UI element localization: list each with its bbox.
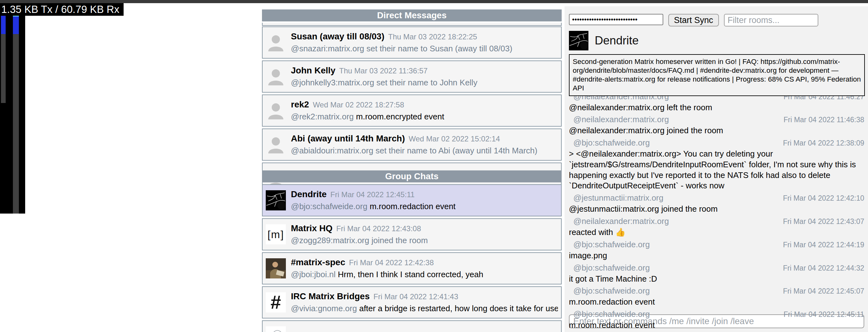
message-body: image.png <box>569 250 864 261</box>
room-last-sender: @jboi:jboi.nl <box>291 270 336 279</box>
message-body: m.room.redaction event <box>569 320 864 331</box>
message: @bjo:schafweide.orgFri Mar 04 2022 12:38… <box>569 138 864 191</box>
message: @bjo:schafweide.orgFri Mar 04 2022 12:45… <box>569 286 864 307</box>
gopher-avatar-icon <box>266 326 286 332</box>
room-timestamp: Fri Mar 04 2022 12:43:08 <box>336 224 421 233</box>
photo-avatar-icon <box>266 258 286 278</box>
chat-panel: Start Sync Dendrite Second-generation Ma… <box>564 6 868 332</box>
traffic-bar-blue <box>1 15 6 34</box>
message-sender: @bjo:schafweide.org <box>573 309 650 319</box>
room-header: Dendrite <box>569 31 865 50</box>
person-avatar-icon <box>266 101 286 121</box>
room-last-sender: @rek2:matrix.org <box>291 112 354 121</box>
room-timestamp: Wed Mar 02 2022 18:27:58 <box>313 101 404 109</box>
sync-toolbar: Start Sync <box>569 14 865 26</box>
hash-glyph: # <box>271 292 281 312</box>
message-timestamp: Fri Mar 04 2022 12:38:09 <box>783 139 864 147</box>
dendrite-avatar-icon <box>266 190 286 211</box>
room-item-text: rek2Wed Mar 02 2022 18:27:58 @rek2:matri… <box>291 100 558 121</box>
message-body: reacted with 👍 <box>569 227 864 238</box>
message-timestamp: Fri Mar 04 2022 11:46:38 <box>783 116 864 124</box>
hash-avatar-icon: # <box>266 292 286 312</box>
room-item-go[interactable]: GoFri Mar 04 2022 12:34:25 <box>262 320 562 332</box>
message-sender: @bjo:schafweide.org <box>573 240 650 249</box>
room-item-abi[interactable]: Abi (away until 14th March)Wed Mar 02 20… <box>262 129 562 161</box>
room-last-message: m.room.encrypted event <box>356 112 444 121</box>
message: @bjo:schafweide.orgFri Mar 04 2022 12:44… <box>569 263 864 284</box>
room-timestamp: Thu Mar 03 2022 11:36:57 <box>339 66 428 75</box>
person-avatar-icon <box>266 66 286 87</box>
room-item-text: GoFri Mar 04 2022 12:34:25 <box>291 330 558 332</box>
access-token-input[interactable] <box>569 14 663 25</box>
room-last-sender: @johnkelly3:matrix.org <box>291 78 374 87</box>
room-item-text: Abi (away until 14th March)Wed Mar 02 20… <box>291 134 558 156</box>
room-last-sender: @vivia:gnome.org <box>291 304 357 313</box>
room-timestamp: Fri Mar 04 2022 12:42:38 <box>349 258 434 267</box>
room-timestamp: Wed Mar 02 2022 15:02:14 <box>409 135 500 143</box>
room-name: IRC Matrix Bridges <box>291 292 370 301</box>
room-last-sender: @bjo:schafweide.org <box>291 201 367 211</box>
room-last-sender: @snazari:matrix.org <box>291 44 364 53</box>
room-item-matrix-hq[interactable]: [m] Matrix HQFri Mar 04 2022 12:43:08 @z… <box>262 218 562 250</box>
scrolled-room-sliver <box>262 23 562 26</box>
message-timestamp: Fri Mar 04 2022 12:45:11 <box>783 310 864 319</box>
message-body: @neilalexander:matrix.org left the room <box>569 102 864 113</box>
message-body: @jestunmactii:matrix.org joined the room <box>569 204 864 215</box>
message-timestamp: Fri Mar 04 2022 12:44:19 <box>783 241 864 249</box>
room-name: rek2 <box>291 100 309 110</box>
room-last-message: Hrm, then I think I stand corrected, yea… <box>338 270 483 279</box>
matrix-logo-avatar-icon: [m] <box>266 224 286 244</box>
message-body: m.room.redaction event <box>569 297 864 307</box>
room-item-matrix-spec[interactable]: #matrix-specFri Mar 04 2022 12:42:38 @jb… <box>262 252 562 284</box>
room-timestamp: Fri Mar 04 2022 12:45:11 <box>331 190 415 199</box>
person-avatar-icon <box>266 135 286 155</box>
message-body: it got a Time Machine :D <box>569 274 864 284</box>
room-topic: Second-generation Matrix homeserver writ… <box>569 54 865 96</box>
room-last-message: joined the room <box>371 236 428 245</box>
network-traffic-badge: 1.35 KB Tx / 60.79 KB Rx <box>0 3 124 16</box>
message-body: > <@neilalexander:matrix.org> You can tr… <box>569 149 864 191</box>
room-item-text: IRC Matrix BridgesFri Mar 04 2022 12:41:… <box>291 292 558 313</box>
room-name: Dendrite <box>291 189 327 199</box>
room-name: Matrix HQ <box>291 223 333 233</box>
message-sender: @bjo:schafweide.org <box>573 286 650 296</box>
room-item-john-kelly[interactable]: John KellyThu Mar 03 2022 11:36:57 @john… <box>262 60 562 92</box>
filter-rooms-input[interactable] <box>724 14 818 26</box>
person-avatar-icon <box>266 32 286 53</box>
room-item-susan[interactable]: Susan (away till 08/03)Thu Mar 03 2022 1… <box>262 26 562 59</box>
matrix-logo-glyph: [m] <box>267 228 284 241</box>
room-item-text: Matrix HQFri Mar 04 2022 12:43:08 @zogg2… <box>291 223 558 245</box>
message: @neilalexander:matrix.orgFri Mar 04 2022… <box>569 115 864 136</box>
message-sender: @jestunmactii:matrix.org <box>573 193 663 203</box>
room-name: Go <box>291 330 303 332</box>
room-last-message: set their name to John Kelly <box>376 78 477 87</box>
message-timestamp: Fri Mar 04 2022 12:44:32 <box>783 264 864 273</box>
message-sender: @bjo:schafweide.org <box>573 138 650 148</box>
dendrite-avatar-icon <box>569 31 588 50</box>
start-sync-button[interactable]: Start Sync <box>668 14 719 26</box>
room-item-dendrite-selected[interactable]: DendriteFri Mar 04 2022 12:45:11 @bjo:sc… <box>262 184 562 216</box>
section-header-group-chats: Group Chats <box>262 170 562 183</box>
message: @neilalexander:matrix.orgFri Mar 04 2022… <box>569 216 864 238</box>
message-body: @neilalexander:matrix.org joined the roo… <box>569 126 864 136</box>
message-sender: @bjo:schafweide.org <box>573 263 650 273</box>
message-sender: @neilalexander:matrix.org <box>573 115 669 124</box>
message-timestamp: Fri Mar 04 2022 12:45:07 <box>783 287 864 296</box>
room-item-text: DendriteFri Mar 04 2022 12:45:11 @bjo:sc… <box>291 189 558 211</box>
message-sender: @neilalexander:matrix.org <box>573 216 669 226</box>
room-title: Dendrite <box>595 34 639 47</box>
network-graph-panel <box>0 3 25 214</box>
room-name: Susan (away till 08/03) <box>291 31 384 42</box>
room-item-rek2[interactable]: rek2Wed Mar 02 2022 18:27:58 @rek2:matri… <box>262 94 562 127</box>
traffic-bar-gray <box>13 34 19 214</box>
room-name: John Kelly <box>291 65 336 76</box>
room-item-irc-bridges[interactable]: # IRC Matrix BridgesFri Mar 04 2022 12:4… <box>262 286 562 319</box>
room-timestamp: Fri Mar 04 2022 12:41:43 <box>374 292 459 301</box>
message-timestamp: Fri Mar 04 2022 12:42:10 <box>783 194 864 202</box>
room-last-sender: @zogg289:matrix.org <box>291 236 369 245</box>
room-last-message: set their name to Susan (away till 08/03… <box>366 44 512 53</box>
traffic-bar-gray <box>1 34 6 103</box>
room-last-message: after a bridge is restarted, how long do… <box>359 304 558 313</box>
room-timestamp: Thu Mar 03 2022 18:22:25 <box>388 32 477 41</box>
room-last-message: m.room.redaction event <box>370 201 455 211</box>
